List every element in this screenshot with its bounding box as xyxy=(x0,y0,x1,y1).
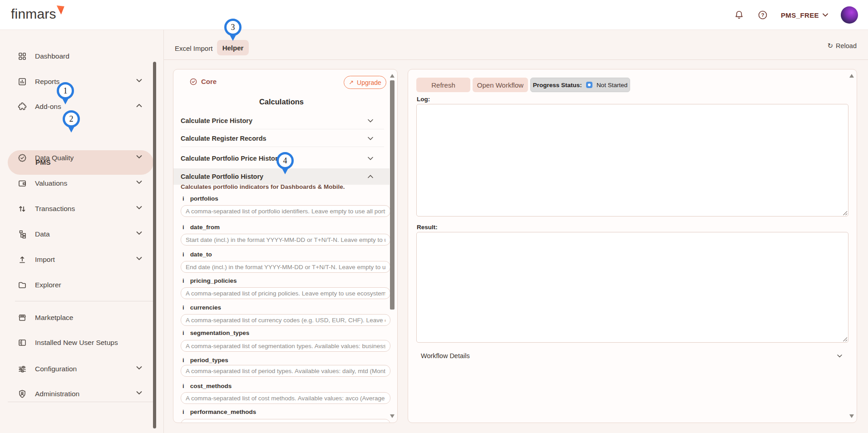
input-date-to[interactable] xyxy=(181,261,390,273)
info-icon[interactable]: i xyxy=(182,195,184,202)
sidebar-scrollbar-thumb[interactable] xyxy=(153,62,156,428)
sidebar-item-marketplace[interactable]: Marketplace xyxy=(0,311,157,325)
scroll-down-icon[interactable] xyxy=(390,414,395,418)
sidebar-item-transactions[interactable]: Transactions xyxy=(0,202,157,216)
chevron-down-icon xyxy=(368,119,373,123)
workflow-details-toggle[interactable]: Workflow Details xyxy=(416,347,848,364)
explorer-folder-icon xyxy=(17,280,27,290)
input-pricing-policies[interactable] xyxy=(181,287,390,299)
chevron-down-icon xyxy=(136,206,142,210)
info-icon[interactable]: i xyxy=(182,277,184,284)
chevron-down-icon xyxy=(368,137,373,140)
sidebar-nav: Dashboard Reports Add-ons xyxy=(0,30,157,433)
workflow-panel: Refresh Open Workflow Progress Status: N… xyxy=(408,69,857,423)
annotation-marker-1: 1 xyxy=(57,82,74,99)
result-textarea[interactable] xyxy=(416,232,848,343)
notifications-bell-icon[interactable] xyxy=(734,10,745,20)
tab-helper-active[interactable]: Helper xyxy=(217,40,249,55)
sidebar-item-explorer[interactable]: Explorer xyxy=(0,278,157,292)
scrollbar-thumb[interactable] xyxy=(390,80,395,310)
scroll-up-icon[interactable] xyxy=(390,74,395,78)
log-label: Log: xyxy=(417,96,430,103)
sidebar-item-configuration[interactable]: Configuration xyxy=(0,362,157,376)
sidebar-item-import[interactable]: Import xyxy=(0,253,157,266)
arrow-up-right-icon: ↗ xyxy=(349,79,354,86)
finmars-logo[interactable]: finmars xyxy=(11,6,64,22)
refresh-button[interactable]: Refresh xyxy=(416,78,470,92)
info-icon[interactable]: i xyxy=(182,304,184,311)
user-avatar[interactable] xyxy=(841,6,858,24)
sidebar-item-dashboard[interactable]: Dashboard xyxy=(0,49,157,63)
administration-shield-icon xyxy=(17,389,27,399)
info-icon[interactable]: i xyxy=(182,357,184,364)
input-currencies[interactable] xyxy=(181,314,390,326)
info-icon[interactable]: i xyxy=(182,408,184,415)
svg-text:?: ? xyxy=(761,12,764,18)
import-upload-icon xyxy=(17,255,27,265)
core-check-circle-icon xyxy=(190,78,197,85)
reload-icon: ↻ xyxy=(827,42,833,50)
top-header: finmars ? PMS_FREE xyxy=(0,0,868,30)
transactions-arrows-icon xyxy=(17,204,27,214)
tab-excel-import[interactable]: Excel Import xyxy=(175,41,212,55)
calculations-heading: Calculations xyxy=(173,98,390,106)
sidebar-item-valuations[interactable]: Valuations xyxy=(0,177,157,190)
data-quality-badge-icon xyxy=(17,153,27,163)
input-performance-methods[interactable] xyxy=(181,419,390,423)
sidebar-item-reports[interactable]: Reports xyxy=(0,75,157,89)
input-cost-methods[interactable] xyxy=(181,392,390,404)
sidebar-divider xyxy=(15,301,156,301)
annotation-marker-3: 3 xyxy=(224,19,242,36)
field-label-date-from: i date_from xyxy=(182,224,220,231)
log-textarea[interactable] xyxy=(416,104,848,216)
data-hierarchy-icon xyxy=(17,229,27,239)
panel-scrollbar[interactable] xyxy=(848,72,855,420)
reload-button[interactable]: ↻ Reload xyxy=(827,42,857,50)
scroll-up-icon[interactable] xyxy=(849,74,854,78)
chevron-down-icon xyxy=(136,180,142,184)
dashboard-icon xyxy=(17,51,27,61)
input-date-from[interactable] xyxy=(181,234,390,246)
info-icon[interactable]: i xyxy=(182,330,184,336)
progress-status-button[interactable]: Progress Status: Not Started xyxy=(530,78,630,92)
field-label-period-types: i period_types xyxy=(182,357,228,364)
input-segmentation-types[interactable] xyxy=(181,340,390,352)
resize-grip-icon[interactable] xyxy=(843,211,847,215)
sidebar-item-administration[interactable]: Administration xyxy=(0,387,157,401)
add-ons-puzzle-icon xyxy=(17,102,27,112)
section-calculate-price-history[interactable]: Calculate Price History xyxy=(173,113,390,128)
field-label-currencies: i currencies xyxy=(182,304,221,311)
panel-scrollbar[interactable] xyxy=(389,72,395,420)
chevron-down-icon xyxy=(368,157,373,160)
workspace-switcher[interactable]: PMS_FREE xyxy=(781,11,828,19)
help-icon[interactable]: ? xyxy=(757,10,768,20)
chevron-down-icon xyxy=(837,354,842,358)
result-label: Result: xyxy=(417,224,438,231)
section-description: Calculates portfolio indicators for Dash… xyxy=(181,183,345,190)
chevron-down-icon xyxy=(823,13,828,17)
field-label-performance-methods: i performance_methods xyxy=(182,408,256,415)
annotation-marker-2: 2 xyxy=(63,110,80,128)
open-workflow-button[interactable]: Open Workflow xyxy=(473,78,528,92)
workspace-label: PMS_FREE xyxy=(781,11,819,19)
sidebar-item-data[interactable]: Data xyxy=(0,227,157,241)
scroll-down-icon[interactable] xyxy=(849,414,854,418)
info-icon[interactable]: i xyxy=(182,251,184,258)
sidebar-item-data-quality[interactable]: Data Quality xyxy=(0,151,157,165)
chevron-down-icon xyxy=(136,155,142,159)
chevron-down-icon xyxy=(136,366,142,370)
resize-grip-icon[interactable] xyxy=(843,337,847,341)
upgrade-button[interactable]: ↗ Upgrade xyxy=(344,76,386,89)
main-content-left-border xyxy=(163,30,164,433)
tabbar-bottom-border xyxy=(164,59,868,60)
section-calculate-register-records[interactable]: Calculate Register Records xyxy=(173,131,390,146)
info-icon[interactable]: i xyxy=(182,224,184,231)
sidebar-item-installed-new-user-setups[interactable]: Installed New User Setups xyxy=(0,336,157,349)
input-portfolios[interactable] xyxy=(181,205,390,217)
field-label-segmentation-types: i segmentation_types xyxy=(182,330,249,336)
input-period-types[interactable] xyxy=(181,365,390,377)
chevron-down-icon xyxy=(136,391,142,395)
info-icon[interactable]: i xyxy=(182,383,184,389)
reports-icon xyxy=(17,77,27,87)
chevron-up-icon xyxy=(136,103,142,108)
